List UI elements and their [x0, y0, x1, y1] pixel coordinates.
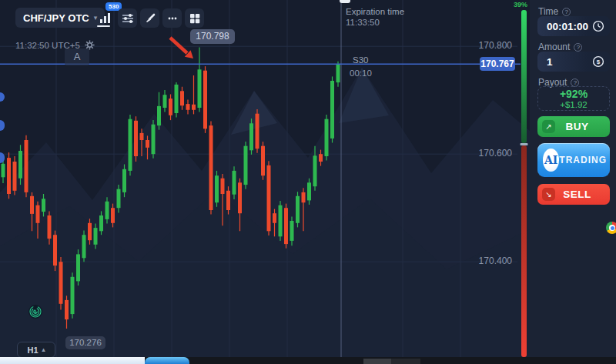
symbol-label: CHF/JPY OTC	[23, 12, 89, 24]
server-clock: 11:32:50 UTC+5	[15, 41, 80, 50]
payout-percent: +92%	[538, 88, 609, 100]
chevron-up-icon: ▴	[42, 346, 45, 353]
amount-input[interactable]: 1 $	[537, 52, 610, 72]
mountain-backdrop	[0, 68, 530, 358]
grid-icon	[189, 12, 201, 25]
high-price-tooltip: 170.798	[190, 29, 235, 44]
expiration-title: Expiration time	[346, 6, 404, 17]
ai-badge-icon: AI	[543, 149, 559, 172]
payout-box: +92% +$1.92	[537, 86, 610, 111]
ai-trading-button[interactable]: AI TRADING	[537, 143, 610, 177]
help-icon[interactable]: ?	[574, 43, 582, 52]
fingerprint-logo	[28, 304, 43, 319]
taskbar-segment	[363, 359, 391, 364]
sliders-icon	[122, 12, 134, 25]
low-price-marker: 170.276	[65, 336, 105, 349]
help-icon[interactable]: ?	[562, 8, 571, 16]
active-tab-underline	[97, 25, 110, 27]
current-price-badge: 170.767	[480, 57, 515, 71]
taskbar-light-segment	[0, 357, 145, 364]
trading-app: 39% 170.800170.600170.400 170.767 170.79…	[0, 0, 616, 364]
trade-panel: Time ? 00:01:00 Amount ? 1 $	[530, 0, 616, 357]
sentiment-percent: 39%	[514, 1, 527, 8]
more-options-button[interactable]	[162, 8, 182, 28]
sell-button[interactable]: ↘ SELL	[537, 184, 610, 205]
taskbar-segment	[391, 359, 420, 364]
taskbar	[0, 357, 616, 364]
taskbar-app-icon[interactable]	[145, 357, 189, 364]
ai-trading-label: TRADING	[559, 155, 607, 165]
marker-a-chip: A	[65, 48, 89, 65]
gear-icon[interactable]	[85, 40, 95, 50]
brush-icon	[144, 12, 156, 25]
clock-icon	[592, 20, 604, 32]
time-value: 00:01:00	[547, 21, 588, 32]
ellipsis-icon	[166, 12, 179, 25]
arrow-down-right-icon: ↘	[542, 188, 555, 201]
arrow-up-right-icon: ↗	[542, 120, 555, 133]
dollar-icon: $	[592, 55, 604, 68]
indicators-button[interactable]	[118, 8, 137, 28]
svg-text:$: $	[597, 58, 601, 65]
buy-label: BUY	[555, 121, 599, 132]
expiration-time: 11:33:50	[346, 18, 380, 27]
time-input[interactable]: 00:01:00	[537, 16, 610, 36]
bar-chart-icon	[99, 12, 112, 25]
help-icon[interactable]: ?	[571, 78, 579, 87]
expiration-countdown: 00:10	[350, 68, 372, 78]
timeframe-selector[interactable]: H1 ▴	[17, 342, 55, 358]
sell-label: SELL	[555, 189, 599, 200]
drawing-tools-button[interactable]	[140, 8, 159, 28]
chrome-icon[interactable]	[606, 222, 616, 234]
time-label: Time	[538, 6, 558, 17]
payout-amount: +$1.92	[538, 100, 609, 110]
layout-grid-button[interactable]	[185, 8, 204, 28]
timeframe-label: H1	[27, 346, 38, 355]
sentiment-bar	[521, 10, 528, 357]
symbol-selector[interactable]: CHF/JPY OTC ▾	[15, 8, 105, 28]
buy-button[interactable]: ↗ BUY	[537, 116, 610, 137]
amount-label: Amount	[538, 42, 570, 52]
amount-value: 1	[547, 56, 553, 68]
expiration-interval-label: S30	[353, 55, 368, 65]
expiration-top-notch	[340, 0, 350, 3]
